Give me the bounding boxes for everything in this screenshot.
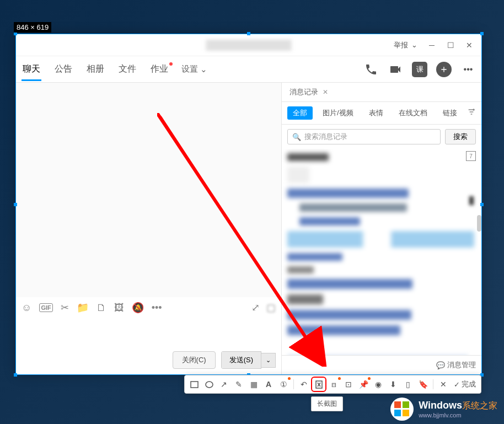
qr-tool[interactable]: ⊡ — [342, 378, 355, 390]
resize-handle[interactable] — [14, 203, 17, 206]
blurred-content — [287, 266, 314, 273]
watermark-brand: Windows — [419, 400, 462, 411]
settings-label: 设置 — [181, 64, 198, 74]
watermark: Windows 系统之家 www.bjjmlv.com — [390, 397, 497, 421]
search-input[interactable]: 🔍 搜索消息记录 — [287, 129, 441, 144]
download-tool[interactable]: ⬇ — [387, 378, 399, 390]
blurred-content — [299, 217, 360, 226]
tab-file[interactable]: 文件 — [117, 58, 137, 80]
scissors-icon[interactable]: ✂ — [61, 302, 69, 314]
filter-links[interactable]: 链接 — [437, 106, 463, 120]
phone-tool[interactable]: ▯ — [402, 378, 414, 390]
search-placeholder: 搜索消息记录 — [304, 132, 347, 142]
rectangle-tool[interactable] — [188, 378, 200, 390]
input-area[interactable] — [16, 318, 281, 346]
undo-tool[interactable]: ↶ — [298, 378, 310, 390]
resize-handle[interactable] — [247, 32, 250, 35]
window-title-blurred — [206, 40, 292, 51]
expand-icon[interactable]: ⤢ — [251, 302, 260, 314]
svg-rect-13 — [403, 410, 409, 416]
send-dropdown[interactable]: ⌄ — [261, 353, 276, 368]
filter-media[interactable]: 图片/视频 — [317, 106, 359, 120]
mute-icon[interactable]: 🔕 — [132, 302, 144, 314]
long-screenshot-tool[interactable] — [313, 378, 325, 390]
resize-handle[interactable] — [480, 32, 484, 35]
filter-emoji[interactable]: 表情 — [363, 106, 389, 120]
record-tool[interactable]: ◉ — [372, 378, 384, 390]
notification-dot — [368, 377, 371, 380]
svg-point-9 — [390, 398, 414, 421]
pin-tool[interactable]: 📌 — [357, 378, 369, 390]
history-toggle-icon[interactable]: ▢ — [266, 302, 276, 314]
close-button[interactable]: ✕ — [462, 37, 477, 53]
blurred-content — [287, 325, 400, 335]
ellipse-tool[interactable] — [203, 378, 215, 390]
minimize-button[interactable]: ─ — [424, 37, 439, 53]
resize-handle[interactable] — [480, 203, 484, 206]
svg-point-0 — [473, 109, 474, 110]
mosaic-tool[interactable]: ▦ — [248, 378, 260, 390]
screenshot-toolbar: ↗ ✎ ▦ A ① ↶ ⧈ ⊡ 📌 ◉ ⬇ ▯ 🔖 ✕ ✓ 完成 — [184, 375, 481, 394]
filter-tabs: 全部 图片/视频 表情 在线文档 链接 — [282, 102, 481, 125]
filter-docs[interactable]: 在线文档 — [393, 106, 433, 120]
done-tool[interactable]: ✓ 完成 — [452, 379, 478, 389]
scrollbar-thumb[interactable] — [477, 215, 481, 232]
tab-settings[interactable]: 设置 ⌄ — [181, 58, 207, 80]
svg-rect-10 — [394, 401, 401, 408]
filter-settings-icon[interactable] — [467, 108, 476, 119]
svg-point-5 — [206, 382, 213, 388]
search-row: 🔍 搜索消息记录 搜索 — [282, 125, 481, 149]
calendar-icon[interactable]: 7 — [466, 151, 476, 161]
blurred-badge — [469, 196, 474, 205]
resize-handle[interactable] — [14, 373, 17, 377]
chevron-down-icon: ⌄ — [200, 65, 207, 74]
history-panel: 消息记录 ✕ 全部 图片/视频 表情 在线文档 链接 🔍 搜索消息记录 搜索 7 — [282, 83, 481, 374]
search-icon: 🔍 — [292, 133, 301, 141]
pen-tool[interactable]: ✎ — [233, 378, 245, 390]
search-button[interactable]: 搜索 — [445, 129, 476, 144]
report-menu[interactable]: 举报 ⌄ — [390, 38, 421, 52]
app-window: 举报 ⌄ ─ ☐ ✕ 聊天 公告 相册 文件 作业 设置 ⌄ 课 ••• — [16, 34, 481, 374]
blurred-content — [287, 231, 474, 248]
bookmark-tool[interactable]: 🔖 — [417, 378, 429, 390]
folder-icon[interactable]: 📁 — [77, 302, 89, 314]
maximize-button[interactable]: ☐ — [443, 37, 458, 53]
course-icon[interactable]: 课 — [412, 62, 427, 77]
send-button[interactable]: 发送(S) — [221, 351, 261, 369]
divider — [433, 379, 433, 389]
tab-chat[interactable]: 聊天 — [22, 58, 41, 80]
number-tool[interactable]: ① — [277, 378, 289, 390]
close-history-icon[interactable]: ✕ — [323, 88, 328, 96]
more-icon[interactable]: ••• — [460, 62, 476, 77]
emoji-icon[interactable]: ☺ — [22, 302, 31, 314]
tab-announce[interactable]: 公告 — [53, 58, 73, 80]
send-button-group: 发送(S) ⌄ — [221, 351, 276, 369]
windows-logo-icon — [390, 397, 414, 421]
video-icon[interactable] — [388, 62, 403, 77]
svg-rect-4 — [191, 382, 198, 388]
history-footer: 💬 消息管理 — [282, 355, 481, 374]
notification-dot — [169, 62, 173, 66]
arrow-tool[interactable]: ↗ — [218, 378, 230, 390]
text-tool[interactable]: A — [262, 378, 275, 390]
message-manage-link[interactable]: 消息管理 — [447, 360, 476, 370]
more-input-icon[interactable]: ••• — [152, 302, 162, 314]
watermark-url: www.bjjmlv.com — [419, 412, 497, 418]
image-icon[interactable]: 🖼 — [114, 302, 124, 314]
call-icon[interactable] — [363, 62, 379, 77]
close-button[interactable]: 关闭(C) — [173, 351, 216, 369]
history-tab: 消息记录 ✕ — [282, 83, 481, 102]
history-tab-label: 消息记录 — [289, 87, 318, 97]
tab-homework[interactable]: 作业 — [149, 58, 169, 80]
add-icon[interactable] — [436, 62, 452, 77]
main-area: ☺ GIF ✂ 📁 🗋 🖼 🔕 ••• ⤢ ▢ 关闭(C) 发送(S) ⌄ — [16, 83, 481, 374]
filter-all[interactable]: 全部 — [287, 106, 313, 120]
file-icon[interactable]: 🗋 — [96, 302, 106, 314]
cancel-tool[interactable]: ✕ — [437, 378, 449, 390]
tab-album[interactable]: 相册 — [85, 58, 105, 80]
svg-rect-11 — [403, 401, 409, 408]
blurred-content — [287, 189, 409, 198]
gif-icon[interactable]: GIF — [39, 303, 52, 312]
blurred-content — [287, 167, 309, 183]
ocr-tool[interactable]: ⧈ — [328, 378, 340, 390]
